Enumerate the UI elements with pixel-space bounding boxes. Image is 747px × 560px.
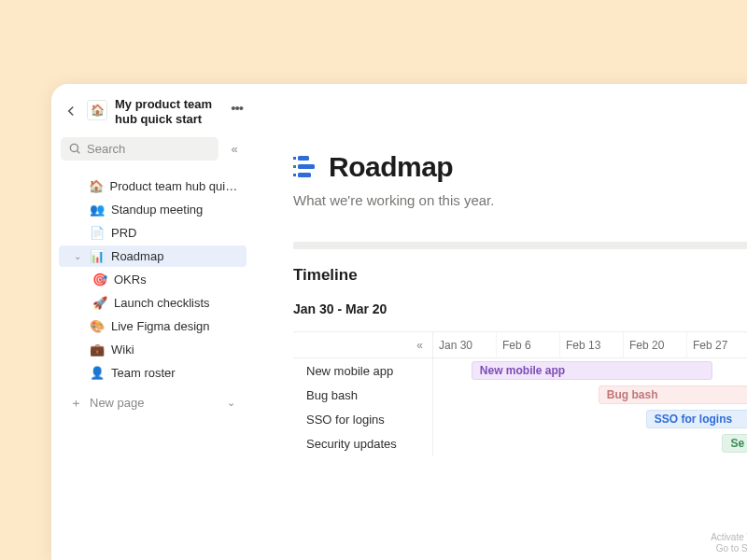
sidebar-item-wiki[interactable]: 💼Wiki [59, 339, 247, 360]
page-emoji-icon: 🎯 [92, 273, 107, 287]
search-icon [68, 142, 81, 155]
sidebar-item-label: Team roster [111, 366, 176, 380]
gantt-task-list: « New mobile appBug bashSSO for loginsSe… [293, 332, 433, 455]
app-window: 🏠 My product team hub quick start ••• Se… [51, 84, 747, 560]
more-menu-icon[interactable]: ••• [231, 100, 243, 116]
gantt-task-name[interactable]: Bug bash [293, 383, 432, 407]
page-title: Roadmap [329, 151, 453, 183]
svg-rect-3 [293, 165, 296, 168]
sidebar-item-label: Live Figma design [111, 319, 210, 333]
timeline-block: Timeline Jan 30 - Mar 20 « New mobile ap… [293, 242, 747, 455]
gantt-row: New mobile app [433, 358, 747, 383]
page-emoji-icon: 👤 [90, 366, 105, 380]
sidebar-item-team-roster[interactable]: 👤Team roster [59, 362, 247, 384]
sidebar-item-label: PRD [111, 226, 136, 240]
sidebar-item-live-figma-design[interactable]: 🎨Live Figma design [59, 315, 247, 337]
sidebar-item-launch-checklists[interactable]: 🚀Launch checklists [59, 292, 247, 314]
sidebar-item-label: Roadmap [111, 249, 163, 263]
gantt-column-header: Feb 27 [687, 332, 747, 357]
gantt-row: SSO for logins [433, 407, 747, 431]
watermark-line1: Activate W [711, 532, 747, 543]
sidebar-item-standup-meeting[interactable]: 👥Standup meeting [59, 199, 247, 220]
gantt-chart: « New mobile appBug bashSSO for loginsSe… [293, 331, 747, 455]
svg-rect-5 [293, 174, 296, 176]
sidebar-item-label: Product team hub quick st... [110, 179, 239, 193]
search-input[interactable]: Search [61, 137, 218, 161]
svg-point-0 [70, 144, 78, 151]
gantt-task-name[interactable]: Security updates [293, 431, 432, 455]
watermark-line2: Go to Set [711, 543, 747, 554]
page-emoji-icon: 💼 [90, 343, 105, 357]
svg-rect-1 [293, 157, 296, 160]
gantt-task-name[interactable]: New mobile app [293, 358, 432, 383]
gantt-column-header: Jan 30 [433, 332, 497, 357]
new-page-button[interactable]: ＋ New page ⌄ [59, 391, 247, 415]
gantt-row: Bug bash [433, 383, 747, 407]
sidebar-item-label: Launch checklists [114, 296, 210, 310]
gantt-bar[interactable]: Bug bash [599, 385, 747, 404]
collapse-sidebar-button[interactable]: « [224, 138, 245, 159]
gantt-bar[interactable]: Se [722, 434, 747, 453]
gantt-timeline[interactable]: Jan 30Feb 6Feb 13Feb 20Feb 27 New mobile… [433, 332, 747, 455]
roadmap-page-icon [293, 155, 317, 179]
watermark: Activate W Go to Set [711, 532, 747, 554]
timeline-range: Jan 30 - Mar 20 [293, 301, 747, 316]
gantt-collapse-button[interactable]: « [293, 332, 432, 358]
chevron-down-icon[interactable]: ⌄ [74, 251, 83, 261]
workspace-title[interactable]: My product team hub quick start [115, 97, 223, 128]
page-title-row: Roadmap [293, 151, 747, 183]
svg-rect-2 [298, 156, 309, 161]
tab-strip[interactable] [293, 242, 747, 249]
gantt-column-header: Feb 13 [560, 332, 624, 357]
page-tree: 🏠Product team hub quick st... 👥Standup m… [59, 175, 247, 385]
svg-rect-4 [298, 164, 315, 169]
sidebar-item-product-team-hub-quick-st[interactable]: 🏠Product team hub quick st... [59, 175, 247, 197]
sidebar-item-okrs[interactable]: 🎯OKRs [59, 269, 247, 290]
back-arrow-icon[interactable] [63, 103, 79, 119]
page-emoji-icon: 👥 [90, 203, 105, 217]
gantt-bar[interactable]: New mobile app [472, 361, 712, 380]
sidebar-header: 🏠 My product team hub quick start ••• [59, 97, 247, 137]
gantt-bar[interactable]: SSO for logins [646, 410, 747, 428]
page-emoji-icon: 🏠 [89, 179, 104, 193]
gantt-task-name[interactable]: SSO for logins [293, 407, 432, 431]
sidebar-item-roadmap[interactable]: ⌄📊Roadmap [59, 245, 247, 267]
timeline-title: Timeline [293, 266, 747, 285]
gantt-row: Se [433, 431, 747, 455]
sidebar-item-label: Standup meeting [111, 203, 203, 217]
plus-icon: ＋ [70, 395, 82, 412]
page-subtitle: What we're working on this year. [293, 192, 747, 208]
gantt-column-header: Feb 20 [624, 332, 687, 357]
search-placeholder: Search [87, 142, 125, 156]
search-row: Search « [59, 137, 247, 170]
sidebar-item-label: OKRs [114, 273, 147, 287]
svg-rect-6 [298, 173, 311, 177]
workspace-icon[interactable]: 🏠 [87, 100, 107, 120]
new-page-label: New page [90, 396, 145, 410]
page-emoji-icon: 📊 [90, 249, 105, 263]
page-emoji-icon: 🎨 [90, 319, 105, 333]
chevron-down-icon: ⌄ [227, 397, 235, 409]
page-emoji-icon: 📄 [90, 226, 105, 240]
sidebar-item-prd[interactable]: 📄PRD [59, 222, 247, 244]
gantt-column-header: Feb 6 [497, 332, 560, 357]
main-content: Roadmap What we're working on this year.… [254, 84, 747, 560]
sidebar: 🏠 My product team hub quick start ••• Se… [51, 84, 254, 560]
page-emoji-icon: 🚀 [92, 296, 107, 310]
sidebar-item-label: Wiki [111, 343, 134, 357]
